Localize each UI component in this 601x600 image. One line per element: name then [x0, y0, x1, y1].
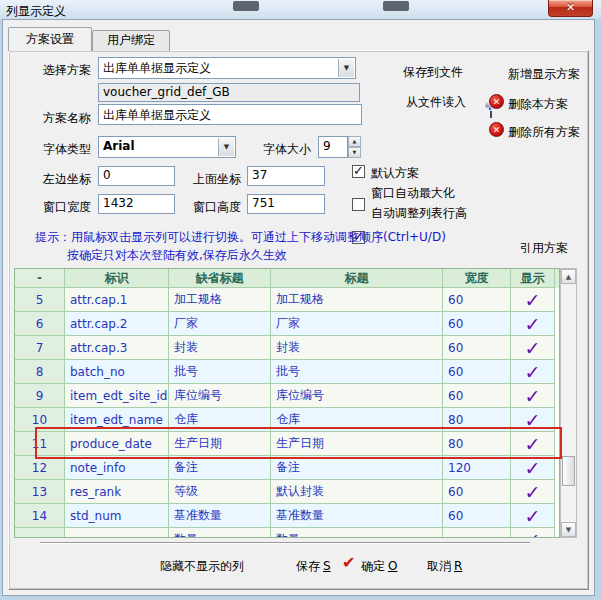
close-button[interactable]: ✕: [548, 0, 593, 17]
table-row-partial: 数量 数量 ✓: [15, 528, 559, 537]
cell-default-title: 加工规格: [169, 288, 271, 312]
cell-display: ✓: [511, 336, 555, 360]
table-row[interactable]: 11 produce_date 生产日期 生产日期 80 ✓: [15, 432, 559, 456]
window-height-label: 窗口高度: [193, 199, 241, 216]
cell-display: ✓: [511, 384, 555, 408]
check-icon: ✓: [525, 439, 541, 449]
select-plan-combobox[interactable]: 出库单单据显示定义 ▼: [98, 57, 356, 79]
cell-default-title: 生产日期: [169, 432, 271, 456]
window-width-input[interactable]: 1432: [98, 194, 175, 214]
table-row[interactable]: 14 std_num 基准数量 基准数量 60 ✓: [15, 504, 559, 528]
cell-index: 11: [15, 432, 65, 456]
background-window-fragment: [383, 1, 409, 11]
check-icon: ✓: [525, 295, 541, 305]
cell-display: ✓: [511, 432, 555, 456]
header-display: 显示: [511, 269, 555, 288]
scroll-down-icon[interactable]: ▼: [561, 522, 576, 537]
auto-maximize-checkbox[interactable]: [352, 198, 365, 211]
cell-default-title: 仓库: [169, 408, 271, 432]
table-header-row: - 标识 缺省标题 标题 宽度 显示: [15, 269, 559, 288]
plan-code-field: voucher_grid_def_GB: [98, 83, 360, 102]
check-icon: ✓: [525, 391, 541, 401]
cell-title: 厂家: [271, 312, 443, 336]
cell-display: ✓: [511, 360, 555, 384]
check-icon: ✓: [525, 487, 541, 497]
cell-width: 120: [443, 456, 511, 480]
cell-width: 60: [443, 384, 511, 408]
save-to-file-button[interactable]: 保存到文件: [403, 64, 463, 81]
table-row[interactable]: 5 attr.cap.1 加工规格 加工规格 60 ✓: [15, 288, 559, 312]
font-size-input[interactable]: 9: [318, 136, 348, 158]
ok-button[interactable]: 确定O: [361, 558, 397, 575]
window-height-input[interactable]: 751: [247, 194, 325, 214]
check-icon: ✓: [525, 511, 541, 521]
spin-up-icon[interactable]: ▲: [348, 136, 361, 147]
cell-index: 12: [15, 456, 65, 480]
reference-plan-button[interactable]: 引用方案: [520, 240, 568, 257]
check-icon: ✓: [525, 535, 541, 539]
cell-default-title: 等级: [169, 480, 271, 504]
column-display-definition-dialog: 列显示定义 ✕ 方案设置 用户绑定 选择方案 出库单单据显示定义 ▼ vouch…: [0, 0, 601, 600]
check-icon: ✓: [525, 463, 541, 473]
scroll-up-icon[interactable]: ▲: [561, 269, 576, 284]
cell-identifier: produce_date: [65, 432, 169, 456]
cell-default-title: 库位编号: [169, 384, 271, 408]
cell-width: 80: [443, 432, 511, 456]
cell-identifier: attr.cap.1: [65, 288, 169, 312]
cell-index: 5: [15, 288, 65, 312]
table-row[interactable]: 13 res_rank 等级 默认封装 60 ✓: [15, 480, 559, 504]
window-title: 列显示定义: [6, 3, 66, 20]
add-plan-button[interactable]: 新增显示方案: [508, 66, 580, 83]
cell-identifier: batch_no: [65, 360, 169, 384]
header-title: 标题: [271, 269, 443, 288]
cell-identifier: item_edt_site_id: [65, 384, 169, 408]
cell-title: 封装: [271, 336, 443, 360]
cell-index: 10: [15, 408, 65, 432]
cell-index: 6: [15, 312, 65, 336]
spin-down-icon[interactable]: ▼: [348, 147, 361, 158]
chevron-down-icon[interactable]: ▼: [218, 138, 234, 156]
columns-table: - 标识 缺省标题 标题 宽度 显示 5 attr.cap.1 加工规格 加工规…: [14, 268, 560, 538]
table-row[interactable]: 12 note_info 备注 备注 120 ✓: [15, 456, 559, 480]
cell-title: 基准数量: [271, 504, 443, 528]
auto-row-height-label: 自动调整列表行高: [371, 205, 467, 222]
auto-maximize-label: 窗口自动最大化: [371, 185, 455, 202]
tab-plan-settings[interactable]: 方案设置: [8, 27, 92, 51]
left-coord-input[interactable]: 0: [98, 166, 175, 186]
cell-identifier: attr.cap.2: [65, 312, 169, 336]
cell-default-title: 基准数量: [169, 504, 271, 528]
cell-identifier: note_info: [65, 456, 169, 480]
table-row[interactable]: 6 attr.cap.2 厂家 厂家 60 ✓: [15, 312, 559, 336]
delete-all-plans-button[interactable]: 删除所有方案: [508, 124, 580, 141]
top-coord-input[interactable]: 37: [247, 166, 325, 186]
header-width: 宽度: [443, 269, 511, 288]
tab-user-binding[interactable]: 用户绑定: [92, 30, 170, 51]
cell-index: 9: [15, 384, 65, 408]
table-scrollbar[interactable]: ▲ ▼: [560, 268, 577, 538]
chevron-down-icon[interactable]: ▼: [338, 59, 354, 77]
cell-title: 库位编号: [271, 384, 443, 408]
plan-name-label: 方案名称: [43, 110, 91, 127]
hint-line-2: 按确定只对本次登陆有效,保存后永久生效: [67, 247, 287, 264]
table-row[interactable]: 9 item_edt_site_id 库位编号 库位编号 60 ✓: [15, 384, 559, 408]
font-type-combobox[interactable]: Arial ▼: [98, 136, 236, 158]
plan-name-input[interactable]: 出库单单据显示定义: [98, 104, 362, 125]
table-row[interactable]: 7 attr.cap.3 封装 封装 60 ✓: [15, 336, 559, 360]
delete-plan-button[interactable]: 删除本方案: [508, 96, 568, 113]
table-row[interactable]: 8 batch_no 批号 批号 60 ✓: [15, 360, 559, 384]
header-identifier: 标识: [65, 269, 169, 288]
hint-line-1: 提示：用鼠标双击显示列可以进行切换。可通过上下移动调整顺序(Ctrl+U/D): [35, 229, 446, 246]
ok-check-icon: ✔: [342, 556, 355, 570]
cell-default-title: 备注: [169, 456, 271, 480]
table-row[interactable]: 10 item_edt_name 仓库 仓库 80 ✓: [15, 408, 559, 432]
scrollbar-thumb[interactable]: [562, 456, 575, 486]
cell-display: ✓: [511, 408, 555, 432]
save-button[interactable]: 保存S: [296, 558, 331, 575]
cell-width: 60: [443, 336, 511, 360]
top-coord-label: 上面坐标: [193, 171, 241, 188]
cell-identifier: std_num: [65, 504, 169, 528]
check-icon: ✓: [525, 415, 541, 425]
default-plan-checkbox[interactable]: [352, 165, 365, 178]
read-from-file-button[interactable]: 从文件读入: [406, 94, 466, 111]
cancel-button[interactable]: 取消R: [427, 558, 462, 575]
